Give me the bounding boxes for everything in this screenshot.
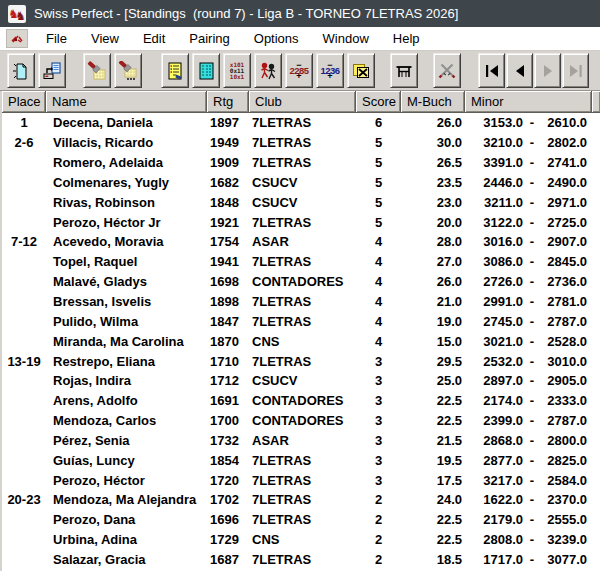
pairings-button[interactable] <box>254 53 282 88</box>
table-row[interactable]: Perozo, Héctor 1720 7LETRAS 3 17.5 3217.… <box>2 470 600 490</box>
table-row[interactable]: Urbina, Adina 1729 CNS 2 22.5 2808.0 - 3… <box>2 530 600 550</box>
cell-club: 7LETRAS <box>249 115 356 130</box>
column-header-mbuch[interactable]: M-Buch <box>401 91 465 113</box>
cell-score: 4 <box>356 314 401 329</box>
menu-view[interactable]: View <box>83 29 127 48</box>
cell-club: CONTADORES <box>249 393 356 408</box>
column-header-score[interactable]: Score <box>356 91 401 113</box>
menu-file[interactable]: File <box>38 29 75 48</box>
menu-window[interactable]: Window <box>315 29 377 48</box>
rating-calc-button[interactable]: − 2285 + <box>285 53 313 88</box>
cell-score: 3 <box>356 473 401 488</box>
find-next-button[interactable] <box>114 53 142 88</box>
table-row[interactable]: Romero, Adelaida 1909 7LETRAS 5 26.5 339… <box>2 153 600 173</box>
table-row[interactable]: 13-19 Restrepo, Eliana 1710 7LETRAS 3 29… <box>2 351 600 371</box>
minor-separator: - <box>523 215 541 230</box>
minor-value-2: 2971.0 <box>541 195 587 210</box>
nav-last-button[interactable] <box>562 53 589 88</box>
table-row[interactable]: Salazar, Gracia 1687 7LETRAS 2 18.5 1717… <box>2 550 600 570</box>
column-header-minor[interactable]: Minor <box>465 91 592 113</box>
table-row[interactable]: Pérez, Senia 1732 ASAR 3 21.5 2868.0 - 2… <box>2 431 600 451</box>
cell-mbuch: 19.5 <box>401 453 465 468</box>
cell-score: 3 <box>356 453 401 468</box>
table-row[interactable]: Rivas, Robinson 1848 CSUCV 5 23.0 3211.0… <box>2 192 600 212</box>
minor-value-2: 3010.0 <box>541 354 587 369</box>
table-row[interactable]: Topel, Raquel 1941 7LETRAS 4 27.0 3086.0… <box>2 252 600 272</box>
cell-score: 6 <box>356 115 401 130</box>
cell-rating: 1698 <box>207 274 249 289</box>
crosstable-button[interactable] <box>192 53 220 88</box>
table-row[interactable]: 7-12 Acevedo, Moravia 1754 ASAR 4 28.0 3… <box>2 232 600 252</box>
minor-separator: - <box>523 393 541 408</box>
cell-club: CONTADORES <box>249 274 356 289</box>
column-header-place[interactable]: Place <box>2 91 46 113</box>
cell-club: 7LETRAS <box>249 254 356 269</box>
grid-header: Place Name Rtg Club Score M-Buch Minor <box>2 91 600 113</box>
cell-name: Pérez, Senia <box>46 433 207 448</box>
table-row[interactable]: Rojas, Indira 1712 CSUCV 3 25.0 2897.0 -… <box>2 371 600 391</box>
system-menu-button[interactable] <box>6 29 28 48</box>
cell-score: 3 <box>356 354 401 369</box>
minor-value-2: 2725.0 <box>541 215 587 230</box>
menu-pairing[interactable]: Pairing <box>181 29 237 48</box>
table-row[interactable]: Bressan, Isvelis 1898 7LETRAS 4 21.0 299… <box>2 292 600 312</box>
menu-options[interactable]: Options <box>246 29 307 48</box>
column-header-rtg[interactable]: Rtg <box>207 91 249 113</box>
app-logo-icon: ♞ ♞ <box>8 5 26 23</box>
cell-name: Mendoza, Ma Alejandra <box>46 492 207 507</box>
cell-club: 7LETRAS <box>249 453 356 468</box>
open-tournament-button[interactable] <box>38 53 66 88</box>
cell-place: 2-6 <box>2 135 46 150</box>
cell-rating: 1847 <box>207 314 249 329</box>
cell-minor: 2808.0 - 3239.0 <box>465 532 592 547</box>
nav-next-button[interactable] <box>534 53 561 88</box>
cell-place: 7-12 <box>2 234 46 249</box>
standings-report-button[interactable] <box>161 53 189 88</box>
export-image-button[interactable] <box>347 53 375 88</box>
column-header-name[interactable]: Name <box>46 91 207 113</box>
table-row[interactable]: Guías, Luncy 1854 7LETRAS 3 19.5 2877.0 … <box>2 450 600 470</box>
cell-score: 4 <box>356 234 401 249</box>
cell-minor: 1717.0 - 3077.0 <box>465 552 592 567</box>
nav-prev-button[interactable] <box>506 53 533 88</box>
new-tournament-button[interactable] <box>7 53 35 88</box>
round-table-button[interactable] <box>390 53 418 88</box>
table-row[interactable]: Perozo, Héctor Jr 1921 7LETRAS 5 20.0 31… <box>2 212 600 232</box>
table-row[interactable]: Pulido, Wilma 1847 7LETRAS 4 19.0 2745.0… <box>2 311 600 331</box>
cell-mbuch: 30.0 <box>401 135 465 150</box>
table-row[interactable]: 1 Decena, Daniela 1897 7LETRAS 6 26.0 31… <box>2 113 600 133</box>
table-row[interactable]: Miranda, Ma Carolina 1870 CNS 4 15.0 302… <box>2 331 600 351</box>
table-row[interactable]: Perozo, Dana 1696 7LETRAS 2 22.5 2179.0 … <box>2 510 600 530</box>
table-row[interactable]: 20-23 Mendoza, Ma Alejandra 1702 7LETRAS… <box>2 490 600 510</box>
cell-minor: 1622.0 - 2370.0 <box>465 492 592 507</box>
table-row[interactable]: Malavé, Gladys 1698 CONTADORES 4 26.0 27… <box>2 272 600 292</box>
menu-edit[interactable]: Edit <box>135 29 173 48</box>
column-header-club[interactable]: Club <box>249 91 356 113</box>
cell-mbuch: 22.5 <box>401 393 465 408</box>
table-row[interactable]: Arens, Adolfo 1691 CONTADORES 3 22.5 217… <box>2 391 600 411</box>
minor-separator: - <box>523 552 541 567</box>
results-grid-button[interactable]: x101 0x11 10x1 <box>223 53 251 88</box>
cell-score: 5 <box>356 155 401 170</box>
table-row[interactable]: Mendoza, Carlos 1700 CONTADORES 3 22.5 2… <box>2 411 600 431</box>
cell-minor: 3021.0 - 2528.0 <box>465 334 592 349</box>
nav-first-button[interactable] <box>478 53 505 88</box>
numbering-button[interactable]: − 1236 + <box>316 53 344 88</box>
pairing-swords-button[interactable] <box>433 53 461 88</box>
cell-name: Salazar, Gracia <box>46 552 207 567</box>
minor-value-1: 3211.0 <box>477 195 523 210</box>
table-row[interactable]: Colmenares, Yugly 1682 CSUCV 5 23.5 2446… <box>2 173 600 193</box>
cell-rating: 1687 <box>207 552 249 567</box>
cell-club: 7LETRAS <box>249 215 356 230</box>
cell-minor: 2446.0 - 2490.0 <box>465 175 592 190</box>
cell-name: Perozo, Héctor Jr <box>46 215 207 230</box>
cell-club: 7LETRAS <box>249 473 356 488</box>
menu-help[interactable]: Help <box>385 29 428 48</box>
find-button[interactable] <box>83 53 111 88</box>
standings-body: 1 Decena, Daniela 1897 7LETRAS 6 26.0 31… <box>2 113 600 569</box>
minor-value-1: 2399.0 <box>477 413 523 428</box>
cell-rating: 1941 <box>207 254 249 269</box>
table-row[interactable]: 2-6 Villacis, Ricardo 1949 7LETRAS 5 30.… <box>2 133 600 153</box>
cell-mbuch: 17.5 <box>401 473 465 488</box>
minor-value-2: 2555.0 <box>541 512 587 527</box>
